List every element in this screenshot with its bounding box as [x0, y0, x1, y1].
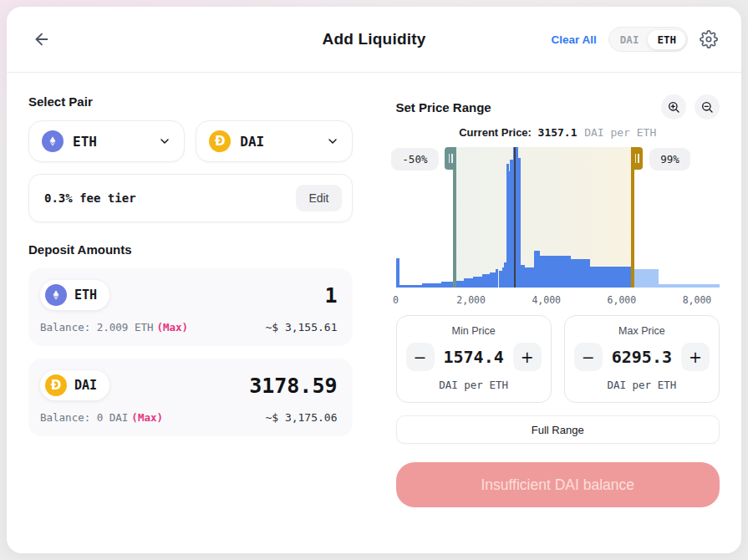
deposit-amounts-heading: Deposit Amounts	[28, 242, 353, 257]
current-price-line: Current Price: 3157.1 DAI per ETH	[396, 126, 720, 139]
header: Add Liquidity Clear All DAI ETH	[7, 7, 741, 73]
token-pill-label: ETH	[74, 288, 97, 303]
deposit-card-eth: ETH 1 Balance: 2.009 ETH (Max) ~$ 3,155.…	[28, 268, 353, 346]
histogram-bar	[540, 256, 571, 288]
min-price-label: Min Price	[406, 325, 542, 337]
magnifier-minus-icon	[700, 100, 714, 114]
balance-text: Balance: 0 DAI	[40, 411, 128, 424]
set-price-range-heading: Set Price Range	[396, 100, 491, 115]
histogram-bar	[422, 283, 441, 288]
zoom-out-button[interactable]	[695, 94, 720, 120]
select-pair-heading: Select Pair	[28, 94, 353, 109]
add-liquidity-card: Add Liquidity Clear All DAI ETH Select P…	[7, 7, 741, 553]
histogram-bar	[399, 285, 422, 288]
back-button[interactable]	[30, 28, 53, 51]
pair-row: ETH Ð DAI	[28, 120, 353, 162]
deposit-amount-eth[interactable]: 1	[324, 283, 337, 308]
histogram-bar	[590, 267, 633, 288]
histogram-bar	[525, 267, 535, 288]
max-price-box: Max Price − 6295.3 + DAI per ETH	[564, 315, 720, 403]
price-boxes: Min Price − 1574.4 + DAI per ETH Max Pri…	[396, 315, 720, 403]
current-price-value: 3157.1	[538, 126, 578, 139]
fee-tier-box: 0.3% fee tier Edit	[28, 174, 353, 222]
chart-zoom-controls	[661, 94, 720, 120]
max-price-increment-button[interactable]: +	[681, 343, 710, 371]
full-range-button[interactable]: Full Range	[396, 415, 720, 444]
histogram-bar	[441, 282, 455, 288]
histogram-bar	[659, 284, 720, 288]
max-price-value[interactable]: 6295.3	[612, 347, 672, 367]
axis-tick-label: 6,000	[608, 294, 637, 306]
zoom-in-button[interactable]	[661, 94, 686, 120]
histogram-bar	[490, 272, 496, 288]
token-pill-label: DAI	[74, 378, 97, 393]
pair-and-deposit-panel: Select Pair ETH Ð DAI	[28, 91, 353, 507]
dai-icon: Ð	[45, 374, 67, 396]
ethereum-icon	[45, 284, 67, 306]
deposit-card-dai: Ð DAI 3178.59 Balance: 0 DAI (Max) ~$ 3,…	[28, 359, 353, 436]
token-select-dai[interactable]: Ð DAI	[196, 120, 352, 162]
settings-button[interactable]	[700, 30, 718, 48]
clear-all-button[interactable]: Clear All	[552, 33, 597, 46]
max-price-decrement-button[interactable]: −	[574, 343, 603, 371]
min-price-box: Min Price − 1574.4 + DAI per ETH	[396, 315, 552, 403]
dai-icon: Ð	[209, 130, 231, 152]
submit-button[interactable]: Insufficient DAI balance	[396, 462, 720, 507]
max-price-unit: DAI per ETH	[574, 379, 710, 391]
min-price-decrement-button[interactable]: −	[406, 343, 435, 371]
histogram-bar	[633, 269, 659, 288]
rate-toggle-dai[interactable]: DAI	[611, 30, 649, 49]
header-actions: Clear All DAI ETH	[552, 27, 718, 52]
max-button[interactable]: (Max)	[131, 411, 163, 424]
histogram-bar	[464, 278, 473, 288]
histogram-bar	[396, 258, 399, 288]
max-percent-badge: 99%	[649, 148, 690, 171]
axis-tick-label: 2,000	[456, 294, 486, 306]
magnifier-plus-icon	[667, 100, 680, 114]
histogram-bar	[571, 259, 590, 288]
current-price-marker	[514, 147, 516, 288]
chevron-down-icon	[158, 135, 171, 148]
usd-value: ~$ 3,175.06	[265, 411, 337, 424]
chart-x-axis: 02,0004,0006,0008,000	[396, 291, 720, 308]
max-price-handle[interactable]	[631, 147, 643, 170]
gear-icon	[700, 30, 718, 48]
current-price-label: Current Price:	[459, 126, 532, 139]
axis-tick-label: 8,000	[683, 294, 712, 306]
token-pill-eth: ETH	[40, 280, 109, 310]
rate-toggle: DAI ETH	[608, 27, 688, 52]
balance-text: Balance: 2.009 ETH	[40, 321, 153, 333]
min-price-unit: DAI per ETH	[406, 379, 542, 391]
min-price-increment-button[interactable]: +	[513, 343, 542, 371]
deposit-amount-dai[interactable]: 3178.59	[249, 374, 337, 398]
max-price-label: Max Price	[574, 325, 710, 337]
price-range-panel: Set Price Range Current Price: 3157.1 DA…	[396, 91, 720, 507]
usd-value: ~$ 3,155.61	[265, 321, 337, 333]
token-select-eth[interactable]: ETH	[28, 120, 185, 162]
arrow-left-icon	[33, 30, 51, 48]
chevron-down-icon	[326, 135, 339, 148]
min-price-value[interactable]: 1574.4	[444, 347, 504, 367]
axis-tick-label: 4,000	[532, 294, 561, 306]
min-percent-badge: -50%	[391, 148, 438, 171]
rate-toggle-eth[interactable]: ETH	[648, 30, 685, 49]
current-price-unit: DAI per ETH	[584, 126, 656, 139]
edit-fee-button[interactable]: Edit	[296, 185, 341, 211]
min-price-handle[interactable]	[445, 147, 456, 170]
liquidity-chart: -50% 99%	[396, 147, 720, 288]
token-symbol: ETH	[73, 134, 97, 150]
histogram-bar	[473, 277, 482, 288]
token-symbol: DAI	[240, 134, 264, 150]
histogram-bar	[482, 274, 490, 288]
max-button[interactable]: (Max)	[156, 321, 188, 333]
token-pill-dai: Ð DAI	[40, 370, 109, 400]
ethereum-icon	[42, 130, 64, 152]
axis-tick-label: 0	[393, 294, 399, 306]
fee-tier-label: 0.3% fee tier	[44, 191, 136, 205]
